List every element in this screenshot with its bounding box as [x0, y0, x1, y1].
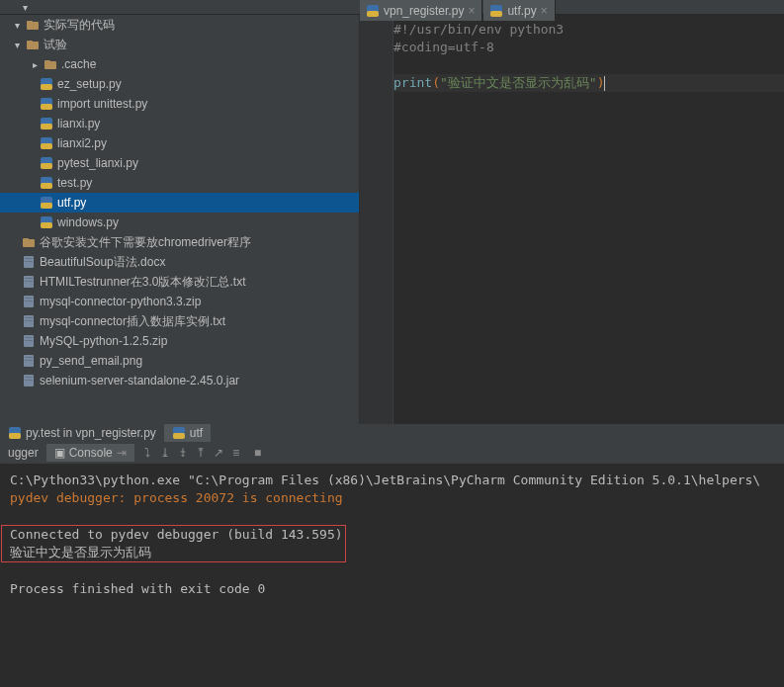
file-icon [22, 295, 36, 308]
tree-node[interactable]: selenium-server-standalone-2.45.0.jar [0, 371, 359, 390]
evaluate-icon[interactable]: ≡ [227, 444, 245, 462]
tree-node[interactable]: mysql-connector-python3.3.zip [0, 292, 359, 311]
file-icon [22, 334, 36, 348]
force-step-into-icon[interactable]: ⤈ [174, 444, 192, 462]
code-token-paren: ( [432, 75, 440, 90]
tree-node-label: pytest_lianxi.py [57, 156, 138, 170]
console-line: C:\Python33\python.exe "C:\Program Files… [10, 472, 760, 487]
step-over-icon[interactable]: ⤵ [138, 444, 156, 462]
tree-node[interactable]: ▸.cache [0, 54, 359, 74]
code-token-quote: " [440, 75, 448, 90]
file-icon [22, 374, 36, 387]
tree-node[interactable]: mysql-connector插入数据库实例.txt [0, 311, 359, 331]
folder-icon [26, 18, 40, 32]
console-output-highlight: Connected to pydev debugger (build 143.5… [1, 525, 346, 562]
run-tab-pytest[interactable]: py.test in vpn_register.py [0, 424, 164, 442]
console-tab[interactable]: ▣ Console ⇥ [46, 444, 134, 462]
tree-node[interactable]: ez_setup.py [0, 74, 359, 94]
tree-node-label: HTMILTestrunner在3.0版本修改汇总.txt [40, 274, 246, 291]
step-out-icon[interactable]: ⤒ [192, 444, 210, 462]
tree-node[interactable]: windows.py [0, 213, 359, 232]
console-line: pydev debugger: process 20072 is connect… [10, 490, 343, 505]
debugger-tab-label: ugger [8, 446, 39, 460]
folder-icon [26, 38, 40, 51]
tree-node-label: test.py [57, 176, 92, 190]
tree-node-label: import unittest.py [57, 97, 147, 111]
chevron-icon[interactable]: ▾ [12, 20, 22, 31]
console-line: 验证中文是否显示为乱码 [10, 545, 151, 559]
close-icon[interactable]: × [541, 4, 549, 18]
tree-node[interactable]: test.py [0, 173, 359, 193]
console-line: Connected to pydev debugger (build 143.5… [10, 527, 343, 542]
code-token-string: 验证中文是否显示为乱码 [448, 75, 589, 90]
tree-node-label: 试验 [44, 37, 67, 53]
python-file-icon [40, 196, 53, 210]
code-token-fn: print [393, 75, 432, 90]
tree-node[interactable]: lianxi.py [0, 114, 359, 133]
run-tab-utf[interactable]: utf [164, 424, 211, 442]
debug-toolwindow-tabs: ugger ▣ Console ⇥ ⤵ ⤓ ⤈ ⤒ ↗ ≡ ■ [0, 442, 784, 464]
project-tree[interactable]: ▾实际写的代码▾试验▸.cacheez_setup.pyimport unitt… [0, 15, 360, 424]
main-toolbar: ▾ ⟳ ☷ ⌖ ⇣ vpn_register.py × utf.py × [0, 0, 784, 15]
python-file-icon [40, 215, 53, 229]
python-file-icon [40, 176, 53, 190]
python-file-icon [40, 77, 53, 91]
editor[interactable]: #!/usr/bin/env python3 #coding=utf-8 pri… [360, 15, 784, 424]
close-icon[interactable]: × [468, 4, 476, 18]
tab-label: vpn_register.py [384, 4, 464, 18]
toolbar-caret-icon[interactable]: ▾ [20, 2, 30, 13]
editor-gutter[interactable] [360, 15, 393, 424]
tree-node-label: lianxi2.py [57, 136, 107, 150]
tree-node[interactable]: MySQL-python-1.2.5.zip [0, 331, 359, 351]
tree-node[interactable]: utf.py [0, 193, 359, 213]
tree-node-label: ez_setup.py [57, 77, 122, 91]
tree-node[interactable]: ▾试验 [0, 35, 359, 54]
debug-console[interactable]: C:\Python33\python.exe "C:\Program Files… [0, 464, 784, 687]
code-token-quote: " [589, 75, 597, 90]
tree-node-label: py_send_email.png [40, 354, 142, 368]
pin-icon[interactable]: ⇥ [117, 446, 127, 460]
console-icon: ▣ [54, 446, 65, 460]
run-tab-label: py.test in vpn_register.py [26, 426, 156, 440]
editor-code[interactable]: #!/usr/bin/env python3 #coding=utf-8 pri… [393, 15, 784, 424]
python-file-icon [40, 136, 53, 150]
tree-node-label: 谷歌安装文件下需要放chromedriver程序 [40, 234, 251, 251]
chevron-icon[interactable]: ▾ [12, 40, 22, 50]
tab-vpn-register[interactable]: vpn_register.py × [360, 0, 482, 21]
tree-node-label: mysql-connector-python3.3.zip [40, 295, 201, 308]
console-line: Process finished with exit code 0 [10, 581, 265, 596]
python-file-icon [40, 97, 53, 111]
step-into-icon[interactable]: ⤓ [156, 444, 174, 462]
tree-node-label: lianxi.py [57, 117, 100, 130]
code-token-paren: ) [597, 75, 605, 90]
code-line: #!/usr/bin/env python3 [393, 22, 564, 37]
file-icon [22, 314, 36, 328]
tab-label: utf.py [507, 4, 536, 18]
tree-node-label: utf.py [57, 196, 86, 210]
stop-icon[interactable]: ■ [249, 444, 267, 462]
tree-node[interactable]: ▾实际写的代码 [0, 15, 359, 35]
debugger-tab[interactable]: ugger [0, 444, 46, 462]
run-to-cursor-icon[interactable]: ↗ [210, 444, 227, 462]
console-tab-label: Console [69, 446, 113, 460]
tree-node-label: BeautifulSoup语法.docx [40, 254, 165, 271]
tree-node[interactable]: pytest_lianxi.py [0, 153, 359, 173]
python-file-icon [172, 426, 186, 440]
chevron-icon[interactable]: ▸ [30, 59, 40, 70]
tree-node[interactable]: import unittest.py [0, 94, 359, 114]
run-tab-label: utf [190, 426, 203, 440]
python-file-icon [40, 156, 53, 170]
code-line: #coding=utf-8 [393, 40, 494, 54]
tree-node-label: windows.py [57, 215, 119, 229]
python-file-icon [366, 4, 380, 18]
folder-icon [22, 235, 36, 249]
tree-node-label: 实际写的代码 [44, 17, 115, 34]
tree-node[interactable]: py_send_email.png [0, 351, 359, 371]
tree-node[interactable]: lianxi2.py [0, 133, 359, 153]
tree-node[interactable]: 谷歌安装文件下需要放chromedriver程序 [0, 232, 359, 252]
file-icon [22, 255, 36, 269]
tree-node[interactable]: BeautifulSoup语法.docx [0, 252, 359, 272]
python-file-icon [489, 4, 503, 18]
tree-node[interactable]: HTMILTestrunner在3.0版本修改汇总.txt [0, 272, 359, 292]
tab-utf[interactable]: utf.py × [483, 0, 555, 21]
